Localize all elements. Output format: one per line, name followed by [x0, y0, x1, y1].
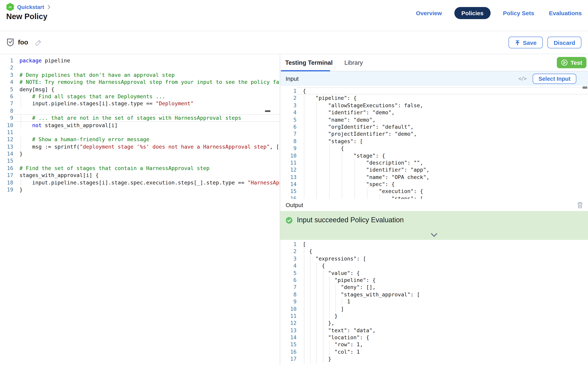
input-json-editor[interactable]: 1{2 "pipeline": {3 "allowStageExecutions…	[280, 86, 588, 199]
code-line: 3 "allowStageExecutions": false,	[280, 102, 588, 109]
code-line: 3 "expressions": [	[280, 255, 588, 262]
code-line: 14 "location": {	[280, 334, 588, 341]
code-line: 15 "row": 1,	[280, 341, 588, 348]
policy-code-editor[interactable]: 1package pipeline23# Deny pipelines that…	[0, 55, 280, 365]
line-number: 2	[280, 248, 297, 255]
line-number: 10	[280, 305, 297, 312]
line-number: 7	[0, 100, 13, 107]
code-line: 13 msg := sprintf("deployment stage '%s'…	[0, 143, 280, 150]
policy-toolbar: foo Save Discard	[0, 31, 588, 54]
line-number: 10	[280, 152, 297, 159]
code-line: 10 ]	[280, 305, 588, 312]
output-section-header: Output	[280, 199, 588, 211]
expand-chevron-icon[interactable]	[430, 233, 438, 237]
code-line: 18 }	[280, 363, 588, 364]
line-number: 13	[280, 327, 297, 334]
line-number: 17	[280, 355, 297, 363]
code-line: 11 "description": "",	[280, 159, 588, 166]
testing-terminal-pane: Testing TerminalLibrary Test Input </> S…	[280, 55, 588, 365]
scrollbar-cursor-marker	[265, 110, 270, 112]
terminal-tabs: Testing TerminalLibrary Test	[280, 55, 588, 71]
trash-icon[interactable]	[577, 202, 583, 208]
line-number: 18	[280, 363, 297, 364]
code-line: 16 "col": 1	[280, 348, 588, 355]
test-button[interactable]: Test	[557, 57, 587, 68]
line-number: 3	[0, 71, 13, 79]
discard-button[interactable]: Discard	[547, 37, 581, 48]
save-button[interactable]: Save	[508, 37, 543, 48]
line-number: 15	[280, 341, 297, 348]
line-number: 4	[280, 262, 297, 269]
line-number: 16	[280, 195, 297, 199]
output-json-editor[interactable]: 1[2 {3 "expressions": [4 {5 "value": {6 …	[280, 240, 588, 364]
code-line: 5 "name": "demo",	[280, 116, 588, 123]
code-line: 19}	[0, 186, 280, 193]
line-number: 15	[280, 188, 297, 195]
tab-testing-terminal[interactable]: Testing Terminal	[285, 59, 333, 66]
line-number: 12	[0, 136, 13, 143]
code-line: 7 input.pipeline.stages[i].stage.type ==…	[0, 100, 280, 107]
code-line: 2 "pipeline": {	[280, 95, 588, 102]
line-number: 16	[280, 348, 297, 355]
code-line: 8 "stages": [	[280, 137, 588, 145]
policy-editor-page: ∞ Quickstart New Policy OverviewPolicies…	[0, 0, 588, 365]
line-number: 10	[0, 121, 13, 129]
code-line: 6 "pipeline": {	[280, 276, 588, 284]
line-number: 11	[280, 312, 297, 320]
line-number: 19	[0, 186, 13, 193]
output-title: Output	[286, 202, 303, 208]
harness-logo-icon: ∞	[6, 3, 14, 11]
nav-tab-policies[interactable]: Policies	[454, 7, 490, 19]
code-line: 5deny[msg] {	[0, 86, 280, 93]
code-line: 11	[0, 129, 280, 136]
line-number: 6	[280, 276, 297, 284]
page-header: ∞ Quickstart New Policy OverviewPolicies…	[0, 0, 588, 31]
line-number: 16	[0, 165, 13, 172]
nav-tab-overview[interactable]: Overview	[414, 7, 444, 19]
code-view-icon[interactable]: </>	[519, 76, 526, 82]
code-line: 12 "identifier": "app",	[280, 166, 588, 174]
line-number: 13	[0, 143, 13, 150]
line-number: 11	[280, 159, 297, 166]
nav-tab-policy-sets[interactable]: Policy Sets	[501, 7, 537, 19]
line-number: 8	[0, 107, 13, 114]
code-line: 16# Find the set of stages that contain …	[0, 165, 280, 172]
code-line: 14 "spec": {	[280, 181, 588, 188]
line-number: 1	[0, 57, 13, 64]
code-line: 3# Deny pipelines that don't have an app…	[0, 71, 280, 79]
line-number: 2	[0, 64, 13, 71]
code-line: 17stages_with_approval[i] {	[0, 172, 280, 179]
code-line: 1package pipeline	[0, 57, 280, 64]
tab-library[interactable]: Library	[344, 59, 363, 66]
edit-name-icon[interactable]	[35, 39, 42, 46]
code-line: 10 "stage": {	[280, 152, 588, 159]
code-line: 13 "name": "OPA check",	[280, 173, 588, 181]
code-line: 4 "identifier": "demo",	[280, 109, 588, 116]
breadcrumb-chevron-icon	[47, 5, 51, 9]
line-number: 15	[0, 157, 13, 165]
page-title: New Policy	[6, 12, 47, 21]
select-input-button[interactable]: Select Input	[533, 73, 576, 84]
line-number: 14	[280, 181, 297, 188]
line-number: 14	[280, 334, 297, 341]
line-number: 3	[280, 255, 297, 262]
upload-icon	[515, 40, 520, 45]
line-number: 7	[280, 284, 297, 291]
code-line: 13 "text": "data",	[280, 327, 588, 334]
breadcrumb-link-quickstart[interactable]: Quickstart	[17, 4, 44, 10]
code-line: 12 # Show a human-friendly error message	[0, 136, 280, 143]
code-line: 8	[0, 107, 280, 114]
line-number: 3	[280, 102, 297, 109]
line-number: 7	[280, 130, 297, 138]
code-line: 7 "deny": [],	[280, 284, 588, 291]
code-line: 1{	[280, 87, 588, 95]
line-number: 6	[0, 93, 13, 100]
nav-tab-evaluations[interactable]: Evaluations	[547, 7, 584, 19]
line-number: 9	[280, 145, 297, 152]
code-line: 5 "value": {	[280, 269, 588, 276]
breadcrumb: ∞ Quickstart	[6, 3, 51, 11]
code-line: 10 not stages_with_approval[i]	[0, 121, 280, 129]
code-line: 4 {	[280, 262, 588, 269]
code-line: 6 # Find all stages that are Deployments…	[0, 93, 280, 100]
code-line: 2 {	[280, 248, 588, 255]
